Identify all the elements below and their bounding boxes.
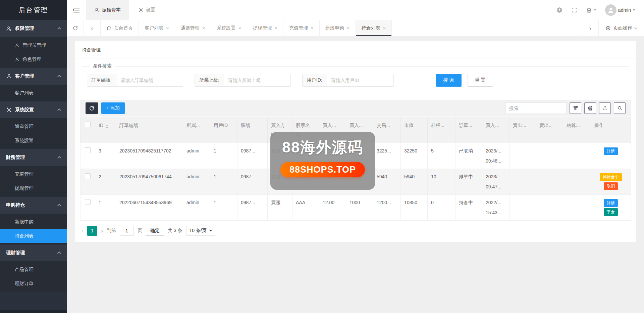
user-menu[interactable]: admin: [605, 4, 635, 16]
buy-time-line: 2023/...: [486, 173, 506, 181]
workspace-tab[interactable]: 振輸资本: [86, 0, 129, 20]
row-checkbox[interactable]: [85, 147, 91, 153]
action-wrap: 取消: [594, 182, 627, 191]
print-icon[interactable]: [584, 102, 596, 114]
next-page-icon[interactable]: ›: [101, 228, 103, 234]
sidebar-item[interactable]: 客户列表: [0, 86, 67, 100]
toolbar-right: [505, 102, 626, 114]
row-checkbox[interactable]: [85, 199, 91, 205]
tab-item[interactable]: 提现管理×: [247, 20, 283, 36]
close-icon[interactable]: ×: [274, 25, 277, 31]
search-magnifier-icon[interactable]: [614, 102, 626, 114]
search-field-input[interactable]: [327, 74, 393, 86]
column-header: 賣出...: [509, 117, 536, 143]
column-header-label: 買入...: [486, 121, 499, 130]
sidebar-group-header[interactable]: 理財管理: [0, 244, 67, 261]
action-red-button[interactable]: 取消: [604, 182, 618, 190]
cell-id: 1: [95, 195, 116, 221]
close-icon[interactable]: ×: [166, 25, 169, 31]
tab-item[interactable]: 客户列表×: [139, 20, 175, 36]
search-field-input[interactable]: [116, 74, 183, 86]
columns-filter-icon[interactable]: [570, 102, 581, 114]
sidebar-item[interactable]: 提现管理: [0, 181, 67, 195]
chevron-down-icon: [634, 26, 637, 29]
select-all-checkbox[interactable]: [85, 122, 91, 127]
sidebar-item-label: 角色管理: [22, 56, 41, 62]
dot-circle-icon: [605, 26, 611, 31]
buy-time-line: 2023/...: [486, 147, 506, 155]
add-button[interactable]: + 添加: [101, 102, 125, 114]
prev-page-icon[interactable]: ‹: [82, 228, 84, 234]
search-fields: 訂單編號:所屬上級:用戶ID:: [87, 74, 405, 87]
sidebar-item[interactable]: 理財订单: [0, 277, 67, 291]
menu-collapse-icon[interactable]: [67, 0, 86, 20]
table-search-input[interactable]: [505, 102, 567, 114]
search-field-input[interactable]: [224, 74, 290, 86]
sidebar-group-header[interactable]: 权限管理: [0, 20, 67, 37]
tab-item[interactable]: 充值管理×: [283, 20, 320, 36]
cell-trade-amount: 5940....: [373, 169, 401, 195]
cell-sell-price: [509, 143, 536, 169]
sidebar-item[interactable]: 管理员管理: [0, 38, 67, 52]
close-icon[interactable]: ×: [347, 25, 350, 31]
cell-actions: 轉持倉中取消: [591, 169, 631, 195]
sidebar-group-header[interactable]: 系统設置: [0, 101, 67, 118]
confirm-page-button[interactable]: 确定: [146, 226, 164, 236]
sidebar: 后台管理 权限管理管理员管理角色管理客户管理客户列表系统設置通道管理系统設置財務…: [0, 0, 67, 313]
tab-item[interactable]: 通道管理×: [175, 20, 211, 36]
user-icon: [6, 74, 12, 79]
refresh-tabs-icon[interactable]: [67, 20, 84, 36]
tab-item[interactable]: 系统設置×: [211, 20, 248, 36]
tab-item[interactable]: 持倉列表×: [356, 20, 392, 36]
goto-page-input[interactable]: [120, 226, 134, 236]
sidebar-item[interactable]: 产品管理: [0, 263, 67, 277]
fullscreen-icon[interactable]: [571, 7, 577, 13]
sidebar-item[interactable]: 系统設置: [0, 134, 67, 148]
sidebar-item[interactable]: 新股申购: [0, 215, 67, 229]
sidebar-group-header[interactable]: 財務管理: [0, 149, 67, 166]
current-page[interactable]: 1: [87, 226, 97, 236]
close-icon[interactable]: ×: [202, 25, 205, 31]
per-page-select[interactable]: 10 条/页: [186, 226, 215, 236]
action-green-button[interactable]: 平倉: [604, 208, 618, 216]
tab-label: 通道管理: [181, 25, 200, 31]
column-header: 杠桿...: [428, 117, 455, 143]
sidebar-item[interactable]: 角色管理: [0, 52, 67, 66]
topbar-right: admin: [556, 4, 644, 16]
sidebar-item[interactable]: 通道管理: [0, 120, 67, 134]
caret-down-icon: [633, 9, 635, 12]
sidebar-item[interactable]: 持倉列表: [0, 229, 67, 243]
action-blue-button[interactable]: 詳情: [604, 199, 618, 207]
sidebar-item[interactable]: 充值管理: [0, 167, 67, 181]
cell-leverage: 0: [428, 195, 455, 221]
search-button[interactable]: 搜 索: [436, 74, 462, 87]
scroll-tabs-right-icon[interactable]: ›: [582, 20, 598, 36]
sidebar-item-label: 提现管理: [15, 185, 34, 191]
cell-status: 持倉中: [455, 195, 482, 221]
clear-cache-button[interactable]: [586, 7, 596, 13]
close-icon[interactable]: ×: [383, 25, 386, 31]
page-operations-menu[interactable]: 页面操作: [598, 20, 644, 36]
refresh-table-button[interactable]: [86, 102, 98, 114]
action-blue-button[interactable]: 詳情: [604, 147, 618, 155]
globe-icon[interactable]: [556, 7, 562, 13]
column-header-label: 結算...: [567, 121, 580, 130]
reset-button[interactable]: 重 置: [468, 74, 493, 87]
close-icon[interactable]: ×: [238, 25, 241, 31]
row-checkbox[interactable]: [85, 173, 91, 179]
cell-user-id: 1: [210, 169, 237, 195]
settings-label: 设置: [146, 7, 155, 13]
tab-label: 持倉列表: [362, 25, 380, 31]
sidebar-group-header[interactable]: 客户管理: [0, 68, 67, 85]
export-icon[interactable]: [599, 102, 611, 114]
tab-home[interactable]: 后台首页: [101, 20, 139, 36]
sidebar-group-header[interactable]: 申购持仓: [0, 197, 67, 214]
sort-icon[interactable]: [106, 124, 108, 130]
scroll-tabs-left-icon[interactable]: ‹: [84, 20, 101, 36]
settings-button[interactable]: 设置: [138, 7, 155, 13]
goto-label: 到第: [107, 228, 116, 234]
cell-buy-price: 12.00: [319, 195, 346, 221]
action-orange-button[interactable]: 轉持倉中: [600, 173, 622, 181]
tab-item[interactable]: 新股申购×: [320, 20, 356, 36]
close-icon[interactable]: ×: [311, 25, 314, 31]
